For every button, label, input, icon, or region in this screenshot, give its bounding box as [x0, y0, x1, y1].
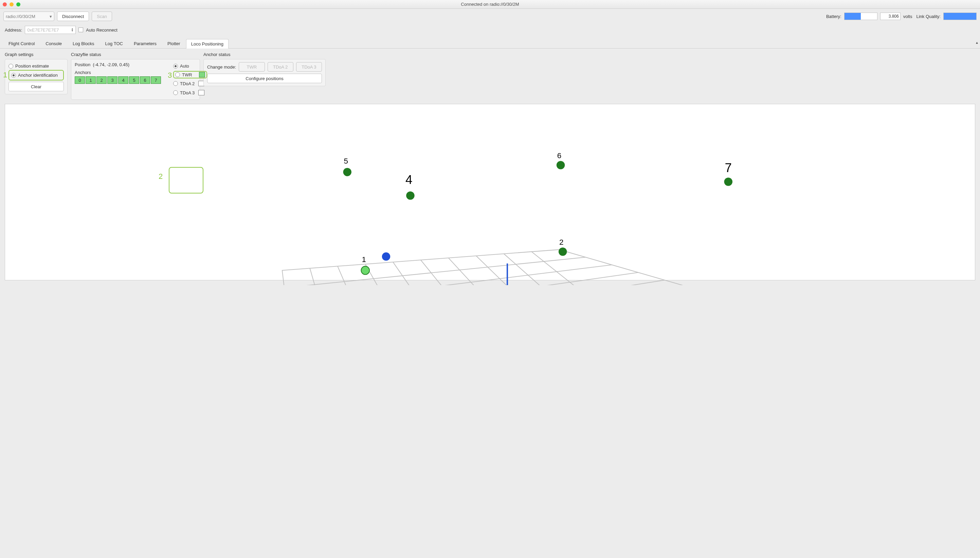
auto-reconnect-checkbox[interactable]: [79, 28, 83, 32]
position-label: Position: [75, 62, 90, 67]
volts-label: volts: [903, 14, 913, 19]
radio-icon: [11, 73, 16, 78]
anchor-badge-2[interactable]: 2: [97, 76, 107, 84]
anchors-row: 0 1 2 3 4 5 6 7: [75, 76, 163, 84]
tab-plotter[interactable]: Plotter: [162, 39, 186, 48]
svg-text:1: 1: [362, 255, 366, 264]
anchor-identification-label: Anchor identification: [18, 73, 58, 78]
battery-label: Battery:: [826, 14, 842, 19]
anchor-badge-4[interactable]: 4: [118, 76, 128, 84]
mode-tdoa2-label: TDoA 2: [180, 81, 196, 86]
anchor-status-panel: Anchor status Change mode: TWR TDoA 2 TD…: [204, 52, 326, 86]
highlight-anchor-1: [169, 167, 204, 194]
battery-fill: [845, 13, 861, 20]
mode-tdoa2-button: TDoA 2: [268, 62, 293, 72]
svg-point-12: [557, 161, 565, 169]
anchor-badge-5[interactable]: 5: [129, 76, 139, 84]
callout-one: 1: [3, 71, 7, 79]
mode-indicator-tdoa3: [198, 90, 204, 95]
tab-log-blocks[interactable]: Log Blocks: [67, 39, 99, 48]
link-quality-meter: [943, 13, 977, 20]
address-label: Address:: [5, 28, 22, 33]
radio-mode-tdoa3[interactable]: TDoA 3: [173, 89, 207, 97]
svg-text:4: 4: [405, 173, 412, 187]
address-value: 0xE7E7E7E7E7: [27, 28, 59, 33]
graph-3d[interactable]: 0 1 2 3 4 5 6 7 2: [5, 104, 975, 281]
auto-reconnect-label: Auto Reconnect: [86, 28, 117, 33]
callout-three: 3: [168, 71, 172, 80]
position-row: Position (-4.74, -2.09, 0.45): [75, 62, 163, 67]
position-value: (-4.74, -2.09, 0.45): [93, 62, 129, 67]
uri-combo-value: radio://0/30/2M: [6, 14, 35, 19]
link-quality-label: Link Quality:: [916, 14, 941, 19]
radio-icon: [8, 64, 13, 69]
address-input[interactable]: 0xE7E7E7E7E7 ▲▼: [25, 26, 76, 34]
mode-auto-label: Auto: [180, 64, 189, 69]
stepper-icon[interactable]: ▲▼: [71, 28, 73, 32]
panels-row: Graph settings Position estimate 1 Ancho…: [0, 49, 980, 102]
svg-point-14: [724, 177, 732, 185]
crazyflie-dot-icon: [382, 253, 390, 261]
tab-console[interactable]: Console: [40, 39, 67, 48]
tab-log-toc[interactable]: Log TOC: [100, 39, 128, 48]
radio-mode-auto[interactable]: Auto: [173, 62, 207, 70]
clear-button[interactable]: Clear: [8, 82, 64, 91]
svg-point-10: [343, 168, 352, 176]
top-toolbar: radio://0/30/2M ▾ Disconnect Scan Batter…: [0, 9, 980, 24]
configure-positions-button[interactable]: Configure positions: [207, 74, 322, 83]
titlebar: Connected on radio://0/30/2M: [0, 0, 980, 9]
disconnect-button[interactable]: Disconnect: [57, 11, 89, 21]
radio-icon: [173, 81, 178, 86]
anchors-label: Anchors: [75, 70, 163, 75]
svg-point-8: [406, 192, 414, 200]
graph-settings-panel: Graph settings Position estimate 1 Ancho…: [5, 52, 67, 94]
tab-flight-control[interactable]: Flight Control: [3, 39, 40, 48]
anchor-badge-3[interactable]: 3: [107, 76, 117, 84]
mode-tdoa3-button: TDoA 3: [296, 62, 322, 72]
link-quality-fill: [944, 13, 976, 20]
crazyflie-status-title: Crazyflie status: [71, 52, 200, 57]
svg-text:7: 7: [725, 161, 732, 175]
battery-meter: [844, 13, 878, 20]
radio-icon: [173, 90, 178, 95]
graph-svg: 0 1 2 3 4 5 6 7: [5, 104, 975, 285]
radio-mode-tdoa2[interactable]: TDoA 2: [173, 79, 207, 87]
anchor-badge-1[interactable]: 1: [86, 76, 96, 84]
chevron-down-icon: ▾: [49, 14, 52, 19]
anchor-badge-6[interactable]: 6: [140, 76, 150, 84]
anchor-badge-0[interactable]: 0: [75, 76, 85, 84]
uri-combo[interactable]: radio://0/30/2M ▾: [3, 11, 54, 21]
mode-twr-label: TWR: [182, 72, 197, 77]
radio-anchor-identification[interactable]: Anchor identification: [11, 71, 61, 79]
scroll-up-icon[interactable]: ▲: [975, 40, 979, 45]
svg-text:5: 5: [344, 157, 348, 165]
svg-text:2: 2: [559, 238, 563, 246]
crazyflie-status-panel: Crazyflie status Position (-4.74, -2.09,…: [71, 52, 200, 100]
anchor-status-title: Anchor status: [204, 52, 326, 57]
radio-position-estimate[interactable]: Position estimate: [8, 62, 64, 70]
tab-loco-positioning[interactable]: Loco Positioning: [186, 39, 229, 49]
mode-tdoa3-label: TDoA 3: [180, 90, 196, 95]
graph-settings-title: Graph settings: [5, 52, 67, 57]
change-mode-label: Change mode:: [207, 64, 236, 70]
tab-parameters[interactable]: Parameters: [129, 39, 162, 48]
highlight-anchor-id: 1 Anchor identification: [8, 70, 64, 80]
callout-two: 2: [159, 172, 163, 181]
anchor-badge-7[interactable]: 7: [151, 76, 161, 84]
window-title: Connected on radio://0/30/2M: [0, 2, 980, 7]
radio-icon[interactable]: [175, 72, 180, 77]
svg-point-4: [559, 248, 567, 256]
tab-bar: Flight Control Console Log Blocks Log TO…: [0, 39, 980, 49]
svg-text:6: 6: [557, 151, 561, 160]
radio-icon: [173, 64, 178, 69]
scan-button: Scan: [92, 11, 112, 21]
volts-value: 3.806: [880, 13, 901, 20]
highlight-twr: 3 TWR: [173, 71, 207, 79]
mode-twr-button: TWR: [239, 62, 265, 72]
mode-indicator-twr: [199, 72, 205, 77]
svg-point-2: [361, 266, 370, 274]
address-row: Address: 0xE7E7E7E7E7 ▲▼ Auto Reconnect: [0, 24, 980, 39]
position-estimate-label: Position estimate: [15, 64, 49, 69]
